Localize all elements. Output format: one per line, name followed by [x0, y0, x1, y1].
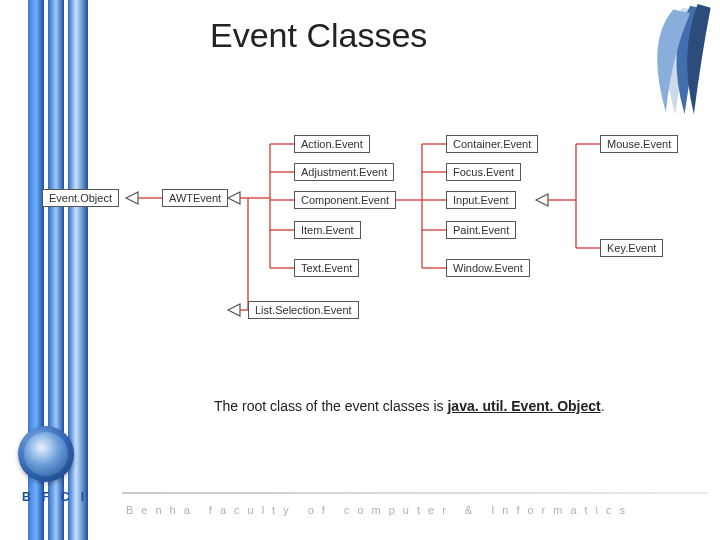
caption: The root class of the event classes is j…: [214, 398, 605, 414]
node-key-event: Key.Event: [600, 239, 663, 257]
caption-prefix: The root class of the event classes is: [214, 398, 447, 414]
footer-text: Benha faculty of computer & Informatics: [126, 504, 704, 516]
node-item-event: Item.Event: [294, 221, 361, 239]
node-window-event: Window.Event: [446, 259, 530, 277]
svg-marker-1: [228, 192, 240, 204]
node-adjustment-event: Adjustment.Event: [294, 163, 394, 181]
node-event-object: Event.Object: [42, 189, 119, 207]
node-component-event: Component.Event: [294, 191, 396, 209]
svg-marker-4: [536, 194, 548, 206]
class-hierarchy-diagram: Event.Object AWTEvent List.Selection.Eve…: [36, 120, 716, 340]
caption-suffix: .: [601, 398, 605, 414]
footer-divider: [122, 492, 708, 494]
svg-marker-2: [228, 304, 240, 316]
bfci-label: B F C I: [22, 490, 88, 504]
node-paint-event: Paint.Event: [446, 221, 516, 239]
node-mouse-event: Mouse.Event: [600, 135, 678, 153]
node-focus-event: Focus.Event: [446, 163, 521, 181]
node-action-event: Action.Event: [294, 135, 370, 153]
bfci-logo: [18, 426, 74, 482]
node-list-selection: List.Selection.Event: [248, 301, 359, 319]
diagram-edges: [36, 120, 716, 340]
corner-decor-icon: [616, 4, 712, 116]
node-text-event: Text.Event: [294, 259, 359, 277]
node-awt-event: AWTEvent: [162, 189, 228, 207]
caption-class: java. util. Event. Object: [447, 398, 600, 414]
node-container-event: Container.Event: [446, 135, 538, 153]
slide-title: Event Classes: [210, 16, 427, 55]
svg-marker-0: [126, 192, 138, 204]
node-input-event: Input.Event: [446, 191, 516, 209]
